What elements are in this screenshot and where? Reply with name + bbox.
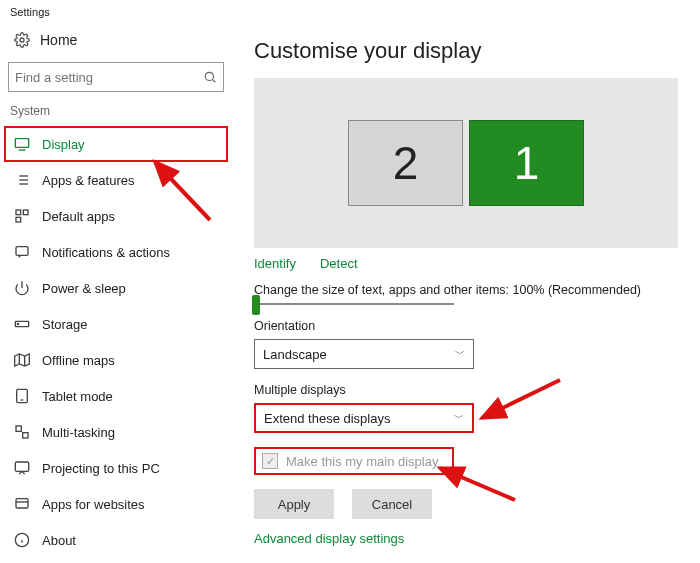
cancel-button[interactable]: Cancel bbox=[352, 489, 432, 519]
sidebar-item-label: Multi-tasking bbox=[42, 425, 115, 440]
advanced-display-settings-link[interactable]: Advanced display settings bbox=[254, 531, 678, 546]
info-icon bbox=[14, 532, 30, 548]
power-icon bbox=[14, 280, 30, 296]
projecting-icon bbox=[14, 460, 30, 476]
scale-slider[interactable] bbox=[254, 303, 678, 305]
svg-marker-18 bbox=[15, 354, 30, 366]
sidebar-item-label: Storage bbox=[42, 317, 88, 332]
svg-rect-12 bbox=[23, 210, 28, 215]
home-button[interactable]: Home bbox=[6, 24, 226, 56]
sidebar-item-label: About bbox=[42, 533, 76, 548]
sidebar-item-label: Offline maps bbox=[42, 353, 115, 368]
svg-rect-25 bbox=[15, 462, 28, 471]
display-arrangement[interactable]: 2 1 bbox=[254, 78, 678, 248]
sidebar-item-offline-maps[interactable]: Offline maps bbox=[6, 342, 226, 378]
multi-displays-value: Extend these displays bbox=[264, 411, 390, 426]
sidebar-item-label: Projecting to this PC bbox=[42, 461, 160, 476]
multitask-icon bbox=[14, 424, 30, 440]
orientation-dropdown[interactable]: Landscape ﹀ bbox=[254, 339, 474, 369]
orientation-label: Orientation bbox=[254, 319, 678, 333]
sidebar-item-projecting[interactable]: Projecting to this PC bbox=[6, 450, 226, 486]
sidebar-item-notifications[interactable]: Notifications & actions bbox=[6, 234, 226, 270]
sidebar-item-default-apps[interactable]: Default apps bbox=[6, 198, 226, 234]
sidebar-item-label: Apps & features bbox=[42, 173, 135, 188]
svg-point-17 bbox=[17, 323, 18, 324]
chevron-down-icon: ﹀ bbox=[454, 411, 464, 425]
identify-link[interactable]: Identify bbox=[254, 256, 296, 271]
main-content: Customise your display 2 1 Identify Dete… bbox=[232, 20, 700, 558]
chevron-down-icon: ﹀ bbox=[455, 347, 465, 361]
orientation-value: Landscape bbox=[263, 347, 327, 362]
sidebar-item-about[interactable]: About bbox=[6, 522, 226, 558]
main-display-label: Make this my main display bbox=[286, 454, 438, 469]
multi-displays-dropdown[interactable]: Extend these displays ﹀ bbox=[254, 403, 474, 433]
sidebar-item-label: Tablet mode bbox=[42, 389, 113, 404]
svg-rect-3 bbox=[15, 139, 28, 148]
svg-point-0 bbox=[20, 38, 24, 42]
sidebar-item-label: Power & sleep bbox=[42, 281, 126, 296]
main-display-checkbox: ✓ Make this my main display bbox=[254, 447, 454, 475]
detect-link[interactable]: Detect bbox=[320, 256, 358, 271]
sidebar-item-apps-websites[interactable]: Apps for websites bbox=[6, 486, 226, 522]
checkbox-icon: ✓ bbox=[262, 453, 278, 469]
apply-button[interactable]: Apply bbox=[254, 489, 334, 519]
svg-rect-23 bbox=[16, 426, 21, 431]
svg-rect-11 bbox=[16, 210, 21, 215]
page-title: Customise your display bbox=[254, 38, 678, 64]
search-icon bbox=[203, 70, 217, 84]
sidebar-item-apps-features[interactable]: Apps & features bbox=[6, 162, 226, 198]
multi-displays-label: Multiple displays bbox=[254, 383, 678, 397]
svg-point-1 bbox=[205, 72, 213, 80]
search-input[interactable] bbox=[15, 70, 203, 85]
svg-rect-26 bbox=[16, 499, 28, 508]
sidebar-item-storage[interactable]: Storage bbox=[6, 306, 226, 342]
scale-label: Change the size of text, apps and other … bbox=[254, 283, 678, 297]
sidebar-item-power[interactable]: Power & sleep bbox=[6, 270, 226, 306]
svg-line-2 bbox=[213, 80, 216, 83]
monitor-1[interactable]: 1 bbox=[469, 120, 584, 206]
sidebar-section-label: System bbox=[6, 104, 226, 126]
defaults-icon bbox=[14, 208, 30, 224]
storage-icon bbox=[14, 316, 30, 332]
sidebar: Home System Display Apps & features Defa… bbox=[0, 20, 232, 558]
sidebar-item-label: Default apps bbox=[42, 209, 115, 224]
monitor-icon bbox=[14, 136, 30, 152]
home-label: Home bbox=[40, 32, 77, 48]
svg-rect-24 bbox=[23, 433, 28, 438]
monitor-2[interactable]: 2 bbox=[348, 120, 463, 206]
apps-websites-icon bbox=[14, 496, 30, 512]
tablet-icon bbox=[14, 388, 30, 404]
slider-thumb[interactable] bbox=[252, 295, 260, 315]
sidebar-item-label: Notifications & actions bbox=[42, 245, 170, 260]
window-title: Settings bbox=[0, 0, 700, 20]
sidebar-item-label: Display bbox=[42, 137, 85, 152]
chat-icon bbox=[14, 244, 30, 260]
sidebar-item-display[interactable]: Display bbox=[4, 126, 228, 162]
search-input-wrapper[interactable] bbox=[8, 62, 224, 92]
map-icon bbox=[14, 352, 30, 368]
sidebar-item-tablet-mode[interactable]: Tablet mode bbox=[6, 378, 226, 414]
svg-rect-14 bbox=[16, 247, 28, 256]
sidebar-item-multitasking[interactable]: Multi-tasking bbox=[6, 414, 226, 450]
list-icon bbox=[14, 172, 30, 188]
gear-icon bbox=[14, 32, 30, 48]
sidebar-item-label: Apps for websites bbox=[42, 497, 145, 512]
svg-rect-13 bbox=[16, 217, 21, 222]
